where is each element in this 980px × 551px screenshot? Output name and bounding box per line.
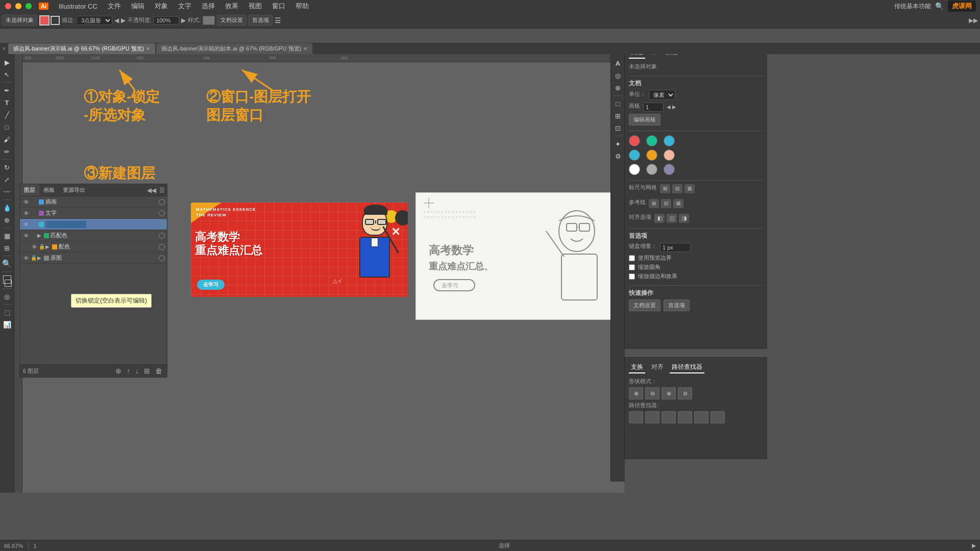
edit-artboard-btn[interactable]: 编辑画板 — [629, 114, 660, 126]
layer-item-active[interactable]: 👁 — [20, 219, 167, 230]
swatch-peach[interactable] — [664, 149, 675, 161]
menu-file[interactable]: 文件 — [104, 2, 125, 11]
layer-lock-original[interactable]: 🔒 — [30, 255, 37, 262]
menu-object[interactable]: 对象 — [151, 2, 172, 11]
swatch-purple[interactable] — [664, 164, 675, 175]
mac-close-btn[interactable] — [5, 3, 11, 9]
layer-eye-illus[interactable]: 👁 — [22, 198, 30, 206]
stroke-color[interactable] — [51, 16, 60, 25]
stroke-swatch[interactable] — [5, 280, 12, 287]
layer-eye-match[interactable]: 👁 — [22, 232, 30, 240]
search-icon[interactable]: 🔍 — [935, 2, 944, 10]
transform-tab[interactable]: 支换 — [629, 362, 645, 373]
shape-mode-1[interactable]: ⊕ — [629, 387, 643, 399]
layer-eye-original[interactable]: 👁 — [22, 254, 30, 262]
layer-item-match[interactable]: 👁 ▶ 匹配色 — [20, 230, 167, 241]
ruler-icon-2[interactable]: ⊟ — [672, 184, 682, 193]
guide-icon-1[interactable]: ⊞ — [649, 199, 659, 208]
layers-collapse[interactable]: ◀◀ — [146, 186, 157, 195]
pathfinder-6[interactable] — [710, 411, 725, 423]
layer-lock-color[interactable]: 🔒 — [38, 243, 45, 251]
tab-close-icon[interactable]: ✕ — [2, 46, 6, 52]
chart-tool[interactable]: 📊 — [2, 319, 13, 330]
align-left[interactable]: ◧ — [654, 214, 665, 223]
right-icon-6[interactable]: ⊞ — [612, 110, 624, 121]
type-tool[interactable]: T — [2, 97, 13, 108]
tab-1-close[interactable]: ✕ — [146, 46, 150, 52]
swatch-cyan[interactable] — [629, 149, 640, 161]
pen-tool[interactable]: ✒ — [2, 85, 13, 96]
shape-tool[interactable]: □ — [2, 121, 13, 133]
pathfinder-2[interactable] — [645, 411, 659, 423]
pencil-tool[interactable]: ✏ — [2, 146, 13, 157]
ruler-icon-3[interactable]: ⊠ — [684, 184, 695, 193]
fill-color[interactable] — [39, 15, 50, 26]
warp-tool[interactable]: 〰 — [2, 186, 13, 197]
scale-effects-checkbox[interactable] — [629, 273, 635, 280]
menu-window[interactable]: 窗口 — [268, 2, 289, 11]
layers-delete[interactable]: 🗑 — [154, 367, 164, 375]
layers-tab-artboards[interactable]: 画板 — [39, 184, 59, 196]
swatch-red[interactable] — [629, 135, 640, 146]
quick-doc-settings[interactable]: 文档设置 — [629, 299, 660, 311]
layer-item-illus[interactable]: 👁 插画 — [20, 196, 167, 208]
guide-icon-3[interactable]: ⊠ — [673, 199, 683, 208]
round-corners-checkbox[interactable] — [629, 264, 635, 270]
menu-view[interactable]: 视图 — [244, 2, 266, 11]
eyedropper-tool[interactable]: 💧 — [2, 202, 13, 213]
mac-max-btn[interactable] — [26, 3, 32, 9]
layer-sub-expand[interactable]: ▶ — [45, 244, 50, 249]
type-icon[interactable]: A — [612, 58, 624, 69]
ruler-icon-1[interactable]: ⊞ — [660, 184, 670, 193]
right-icon-5[interactable]: □ — [612, 98, 624, 109]
pathfinder-5[interactable] — [694, 411, 708, 423]
layer-item-original[interactable]: 👁 🔒 ▶ 原图 — [20, 253, 167, 264]
layer-eye-active[interactable]: 👁 — [22, 220, 30, 229]
gradient-tool[interactable]: ▦ — [2, 230, 13, 241]
mesh-tool[interactable]: ⊞ — [2, 242, 13, 254]
shape-mode-4[interactable]: ⊘ — [678, 387, 692, 399]
swatch-blue[interactable] — [664, 135, 675, 146]
layers-tab-export[interactable]: 资源导出 — [59, 184, 89, 196]
rotate-tool[interactable]: ↻ — [2, 162, 13, 173]
line-tool[interactable]: ╱ — [2, 109, 13, 120]
keyboard-input[interactable] — [660, 243, 691, 252]
tab-1[interactable]: 插边风-banner演示稿.ai @ 66.67% (RGB/GPU 预览) ✕ — [8, 43, 155, 54]
use-preview-checkbox[interactable] — [629, 255, 635, 261]
shape-mode-3[interactable]: ⊗ — [662, 387, 676, 399]
pathfinder-3[interactable] — [662, 411, 676, 423]
zoom-tool[interactable]: 🔍 — [2, 258, 13, 269]
swatch-white[interactable] — [629, 164, 640, 175]
menu-help[interactable]: 帮助 — [291, 2, 313, 11]
layer-expand-arrow[interactable]: ▶ — [37, 233, 41, 238]
preferences-btn[interactable]: 首选项 — [249, 15, 273, 26]
tab-2[interactable]: 插边风-banner演示稿的副本.ai @ 67% (RGB/GPU 预览) ✕ — [156, 43, 312, 54]
stroke-arrow-right[interactable]: ▶ — [121, 17, 126, 24]
style-preview[interactable] — [203, 16, 215, 25]
layers-add-layer[interactable]: ⊕ — [114, 367, 123, 375]
menu-text[interactable]: 文字 — [174, 2, 195, 11]
pathfinder-1[interactable] — [629, 411, 643, 423]
layer-eye-color[interactable]: 👁 — [30, 243, 38, 251]
align-center[interactable]: ◫ — [667, 214, 677, 223]
scale-tool[interactable]: ⤢ — [2, 174, 13, 185]
align-right[interactable]: ◨ — [679, 214, 689, 223]
swatch-gray[interactable] — [646, 164, 657, 175]
layers-move-up[interactable]: ↑ — [125, 367, 132, 375]
right-arrow-status[interactable]: ▶ — [972, 542, 976, 549]
direct-select-tool[interactable]: ↖ — [2, 69, 13, 80]
menu-select[interactable]: 选择 — [198, 2, 219, 11]
stroke-select[interactable]: 3点圆形 2点圆形 — [77, 16, 112, 25]
layers-duplicate[interactable]: ⊞ — [142, 367, 152, 375]
menu-effects[interactable]: 效果 — [221, 2, 242, 11]
layer-eye-text[interactable]: 👁 — [22, 209, 30, 217]
draw-mode[interactable]: ◎ — [2, 291, 13, 302]
select-tool[interactable]: ▶ — [2, 57, 13, 68]
swatch-orange[interactable] — [646, 149, 657, 161]
layer-original-expand[interactable]: ▶ — [37, 255, 41, 261]
pathfinder-tab[interactable]: 路径查找器 — [670, 362, 704, 373]
tab-2-close[interactable]: ✕ — [303, 46, 307, 52]
menu-illustrator[interactable]: Illustrator CC — [55, 3, 102, 10]
unit-select[interactable]: 像素 毫米 厘米 — [649, 90, 675, 100]
right-icon-9[interactable]: ⚙ — [612, 151, 624, 162]
